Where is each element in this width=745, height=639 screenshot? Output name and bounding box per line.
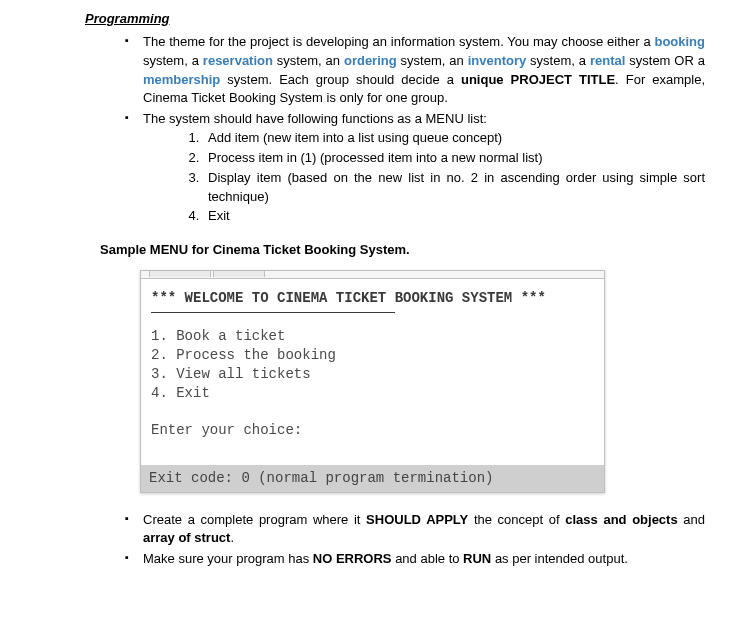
console-exit-status: Exit code: 0 (normal program termination… [141,465,604,491]
bold-class-objects: class and objects [565,512,677,527]
console-line-3: 3. View all tickets [151,365,594,384]
console-prompt: Enter your choice: [151,421,594,440]
text: system, a [143,53,203,68]
console-divider [151,312,395,313]
bold-should-apply: SHOULD APPLY [366,512,468,527]
menu-func-2: Process item in (1) (processed item into… [203,149,705,168]
bold-project-title: unique PROJECT TITLE [461,72,615,87]
highlight-rental: rental [590,53,625,68]
menu-functions-item: The system should have following functio… [125,110,705,226]
text: system OR a [625,53,705,68]
bold-array-struct: array of struct [143,530,230,545]
sample-menu-heading: Sample MENU for Cinema Ticket Booking Sy… [100,241,705,260]
class-objects-requirement: Create a complete program where it SHOUL… [125,511,705,549]
highlight-membership: membership [143,72,220,87]
menu-func-3: Display item (based on the new list in n… [203,169,705,207]
highlight-inventory: inventory [468,53,527,68]
highlight-booking: booking [654,34,705,49]
section-heading: Programming [85,10,705,29]
text: system, a [526,53,590,68]
menu-intro: The system should have following functio… [143,111,487,126]
console-line-2: 2. Process the booking [151,346,594,365]
console-screenshot: *** WELCOME TO CINEMA TICKET BOOKING SYS… [140,270,605,492]
highlight-reservation: reservation [203,53,273,68]
text: . [230,530,234,545]
menu-functions-list: Add item (new item into a list using que… [203,129,705,226]
closing-requirements-list: Create a complete program where it SHOUL… [125,511,705,570]
text: and able to [392,551,464,566]
text: the concept of [468,512,565,527]
theme-paragraph: The theme for the project is developing … [125,33,705,108]
console-line-1: 1. Book a ticket [151,327,594,346]
console-body: *** WELCOME TO CINEMA TICKET BOOKING SYS… [141,279,604,465]
bold-run: RUN [463,551,491,566]
highlight-ordering: ordering [344,53,397,68]
requirements-list: The theme for the project is developing … [125,33,705,226]
text: Make sure your program has [143,551,313,566]
bold-no-errors: NO ERRORS [313,551,392,566]
menu-func-4: Exit [203,207,705,226]
console-welcome: *** WELCOME TO CINEMA TICKET BOOKING SYS… [151,289,594,308]
text: system. Each group should decide a [220,72,461,87]
text: as per intended output. [491,551,628,566]
text: and [678,512,705,527]
no-errors-requirement: Make sure your program has NO ERRORS and… [125,550,705,569]
console-tab-fragment [141,271,604,279]
console-line-4: 4. Exit [151,384,594,403]
menu-func-1: Add item (new item into a list using que… [203,129,705,148]
text: system, an [397,53,468,68]
text: The theme for the project is developing … [143,34,654,49]
text: Create a complete program where it [143,512,366,527]
text: system, an [273,53,344,68]
